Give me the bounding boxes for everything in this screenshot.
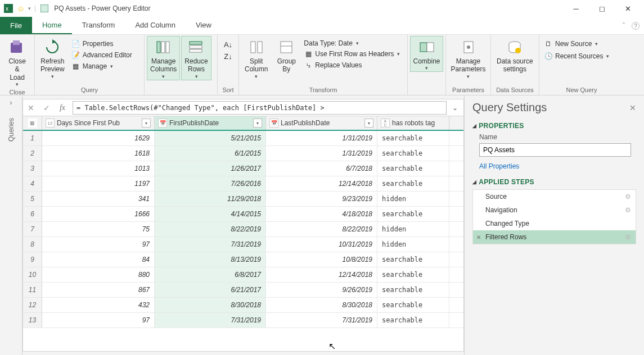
new-source-button[interactable]: 🗋New Source	[542, 38, 600, 49]
col-robots-tag[interactable]: AC has robots tag	[377, 116, 449, 130]
table-row[interactable]: 216186/1/20151/31/2019searchable	[23, 146, 463, 161]
cell-last-publish[interactable]: 10/31/2019	[266, 237, 377, 252]
cell-days[interactable]: 880	[42, 267, 155, 282]
sort-asc-button[interactable]: A↓	[224, 40, 232, 49]
cell-days[interactable]: 84	[42, 252, 155, 267]
step-navigation[interactable]: Navigation⚙	[473, 203, 636, 217]
table-row[interactable]: 616664/14/20154/18/2018searchable	[23, 207, 463, 222]
cell-first-publish[interactable]: 7/31/2019	[155, 237, 266, 252]
properties-section[interactable]: ◢PROPERTIES	[472, 122, 636, 130]
formula-input[interactable]	[73, 101, 447, 115]
accept-formula-icon[interactable]: ✓	[39, 103, 55, 112]
advanced-editor-button[interactable]: 📝Advanced Editor	[69, 49, 134, 61]
cell-days[interactable]: 1197	[42, 176, 155, 191]
gear-icon[interactable]: ⚙	[625, 233, 631, 241]
table-row[interactable]: 13977/31/20197/31/2019searchable	[23, 313, 463, 328]
col-first-publish[interactable]: 📅 FirstPublishDate ▾	[155, 116, 266, 130]
cell-days[interactable]: 867	[42, 283, 155, 297]
cell-first-publish[interactable]: 8/30/2018	[155, 298, 266, 312]
cell-last-publish[interactable]: 12/14/2018	[266, 267, 377, 282]
cell-days[interactable]: 97	[42, 237, 155, 252]
cell-robots-tag[interactable]: hidden	[377, 192, 449, 206]
cell-days[interactable]: 432	[42, 298, 155, 312]
cell-last-publish[interactable]: 12/14/2018	[266, 176, 377, 191]
cell-first-publish[interactable]: 11/29/2018	[155, 192, 266, 206]
ribbon-collapse-icon[interactable]: ˆ	[618, 22, 629, 30]
col-filter-active-icon[interactable]: ▾	[253, 119, 262, 128]
select-all-cell[interactable]: ▦	[23, 116, 42, 130]
cell-days[interactable]: 341	[42, 192, 155, 206]
table-row[interactable]: 9848/13/201910/8/2019searchable	[23, 252, 463, 267]
queries-pane-collapsed[interactable]: › Queries	[0, 95, 22, 355]
table-row[interactable]: 124328/30/20188/30/2018searchable	[23, 298, 463, 313]
cell-first-publish[interactable]: 6/1/2015	[155, 146, 266, 161]
cell-last-publish[interactable]: 1/31/2019	[266, 131, 377, 145]
smiley-icon[interactable]: ☺	[16, 3, 26, 13]
table-row[interactable]: 118676/21/20179/26/2019searchable	[23, 283, 463, 298]
tab-transform[interactable]: Transform	[72, 17, 125, 34]
cell-robots-tag[interactable]: searchable	[377, 252, 449, 267]
cell-last-publish[interactable]: 10/8/2019	[266, 252, 377, 267]
table-row[interactable]: 7758/22/20198/22/2019hidden	[23, 222, 463, 237]
cell-robots-tag[interactable]: hidden	[377, 237, 449, 252]
data-grid[interactable]: ▦ 12 Days Since First Pub ▾ 📅 FirstPubli…	[23, 116, 463, 351]
group-by-button[interactable]: Group By	[272, 36, 300, 74]
cell-days[interactable]: 75	[42, 222, 155, 236]
combine-button[interactable]: Combine ▾	[410, 36, 443, 72]
help-icon[interactable]: ?	[632, 22, 640, 30]
cell-robots-tag[interactable]: searchable	[377, 207, 449, 221]
cancel-formula-icon[interactable]: ✕	[23, 103, 39, 112]
cell-robots-tag[interactable]: searchable	[377, 131, 449, 145]
close-settings-icon[interactable]: ✕	[629, 103, 636, 112]
col-days-since[interactable]: 12 Days Since First Pub ▾	[42, 116, 155, 130]
properties-button[interactable]: 📄Properties	[69, 38, 134, 49]
cell-first-publish[interactable]: 6/21/2017	[155, 283, 266, 297]
col-last-publish[interactable]: 📅 LastPublishDate ▾	[266, 116, 377, 130]
replace-values-button[interactable]: ¹₂Replace Values	[301, 60, 402, 71]
cell-last-publish[interactable]: 9/23/2019	[266, 192, 377, 206]
cell-last-publish[interactable]: 1/31/2019	[266, 146, 377, 161]
tab-add-column[interactable]: Add Column	[125, 17, 186, 34]
cell-first-publish[interactable]: 5/21/2015	[155, 131, 266, 145]
table-row[interactable]: 310131/26/20176/7/2018searchable	[23, 161, 463, 176]
first-row-headers-button[interactable]: ▦Use First Row as Headers	[301, 48, 402, 60]
cell-last-publish[interactable]: 8/22/2019	[266, 222, 377, 236]
query-name-input[interactable]	[479, 143, 631, 157]
table-row[interactable]: 108806/8/201712/14/2018searchable	[23, 267, 463, 283]
all-properties-link[interactable]: All Properties	[479, 162, 636, 170]
file-menu[interactable]: File	[0, 17, 32, 34]
cell-days[interactable]: 1629	[42, 131, 155, 145]
step-changed-type[interactable]: Changed Type	[473, 217, 636, 230]
close-button[interactable]: ✕	[615, 0, 641, 17]
minimize-button[interactable]: ─	[563, 0, 589, 17]
applied-steps-section[interactable]: ◢APPLIED STEPS	[472, 178, 636, 186]
recent-sources-button[interactable]: 🕓Recent Sources	[542, 51, 611, 62]
cell-days[interactable]: 1618	[42, 146, 155, 161]
cell-days[interactable]: 97	[42, 313, 155, 327]
step-filtered-rows[interactable]: Filtered Rows⚙	[473, 230, 636, 244]
manage-columns-button[interactable]: Manage Columns ▾	[147, 36, 180, 80]
cell-first-publish[interactable]: 1/26/2017	[155, 161, 266, 176]
data-type-button[interactable]: Data Type: Date	[301, 38, 402, 48]
cell-first-publish[interactable]: 8/13/2019	[155, 252, 266, 267]
table-row[interactable]: 8977/31/201910/31/2019hidden	[23, 237, 463, 252]
expand-queries-icon[interactable]: ›	[10, 99, 12, 107]
cell-robots-tag[interactable]: searchable	[377, 298, 449, 312]
step-source[interactable]: Source⚙	[473, 190, 636, 203]
col-filter-icon[interactable]: ▾	[142, 119, 151, 128]
cell-first-publish[interactable]: 7/26/2016	[155, 176, 266, 191]
gear-icon[interactable]: ⚙	[625, 206, 631, 214]
col-filter-icon[interactable]: ▾	[364, 119, 373, 128]
cell-robots-tag[interactable]: hidden	[377, 222, 449, 236]
maximize-button[interactable]: ◻	[589, 0, 615, 17]
formula-dropdown-icon[interactable]: ⌄	[449, 104, 461, 112]
manage-button[interactable]: ▦Manage	[69, 61, 134, 72]
cell-robots-tag[interactable]: searchable	[377, 176, 449, 191]
cell-robots-tag[interactable]: searchable	[377, 267, 449, 282]
fx-icon[interactable]: fx	[55, 103, 70, 112]
cell-first-publish[interactable]: 8/22/2019	[155, 222, 266, 236]
cell-robots-tag[interactable]: searchable	[377, 313, 449, 327]
cell-first-publish[interactable]: 4/14/2015	[155, 207, 266, 221]
cell-robots-tag[interactable]: searchable	[377, 146, 449, 161]
cell-robots-tag[interactable]: searchable	[377, 283, 449, 297]
